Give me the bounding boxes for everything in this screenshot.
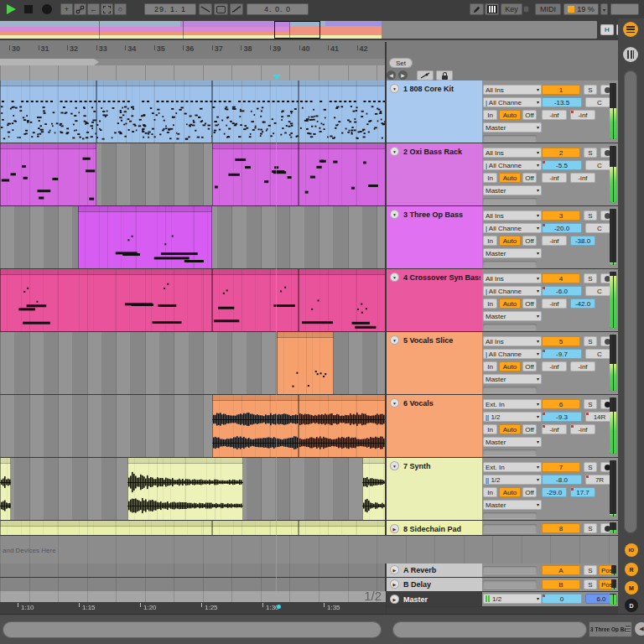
input-type-chooser[interactable]: All Ins▾ <box>483 273 542 283</box>
monitor-off-button[interactable]: Off <box>522 236 537 246</box>
volume-field[interactable]: -13.5 <box>542 97 582 107</box>
monitor-off-button[interactable]: Off <box>522 487 537 497</box>
track-activator-button[interactable]: 6 <box>542 399 580 409</box>
arrangement-clip[interactable] <box>0 143 96 205</box>
track-lane[interactable] <box>0 458 386 520</box>
track-activator-button[interactable]: 5 <box>542 336 580 346</box>
input-type-chooser[interactable]: All Ins▾ <box>483 85 542 95</box>
output-chooser[interactable]: Master▾ <box>483 122 542 132</box>
master-fold-button[interactable]: ▶ <box>390 595 399 604</box>
send-a-field[interactable]: -inf <box>542 424 567 434</box>
send-a-field[interactable]: -inf <box>542 236 567 246</box>
arrangement-clip[interactable] <box>277 332 334 394</box>
mixer-view-toggle[interactable] <box>623 22 638 37</box>
input-type-chooser[interactable]: Ext. In▾ <box>483 399 542 409</box>
input-type-chooser[interactable]: Ext. In▾ <box>483 462 542 472</box>
return-lane[interactable] <box>0 578 386 591</box>
track-fold-button[interactable]: ▼ <box>390 335 399 345</box>
arrangement-clip[interactable] <box>299 395 386 457</box>
track-activator-button[interactable]: 8 <box>542 523 580 533</box>
arrangement-clip[interactable] <box>0 80 96 143</box>
send-b-field[interactable]: -inf <box>570 361 595 371</box>
track-lane[interactable] <box>0 332 386 394</box>
arrangement-clip[interactable] <box>78 206 212 268</box>
monitor-off-button[interactable]: Off <box>522 299 537 309</box>
input-channel-chooser[interactable]: || 1/2▾ <box>483 475 542 485</box>
return-activator-button[interactable]: A <box>542 565 580 575</box>
send-a-field[interactable]: -inf <box>542 173 567 183</box>
volume-field[interactable]: -9.7 <box>542 349 582 359</box>
track-lane[interactable] <box>0 395 386 457</box>
show-mixer-toggle[interactable]: M <box>625 581 638 595</box>
input-channel-chooser[interactable]: | All Channe▾ <box>483 160 542 170</box>
input-channel-chooser[interactable]: | All Channe▾ <box>483 97 542 107</box>
monitor-auto-button[interactable]: Auto <box>499 236 521 246</box>
monitor-auto-button[interactable]: Auto <box>499 487 521 497</box>
track-fold-button-collapsed[interactable]: ▶ <box>390 524 399 533</box>
track-fold-button[interactable]: ▼ <box>390 273 399 282</box>
track-lane[interactable] <box>0 269 386 331</box>
solo-button[interactable]: S <box>584 85 597 95</box>
return-solo-button[interactable]: S <box>584 579 597 589</box>
track-lane[interactable] <box>0 521 386 535</box>
arrangement-clip[interactable] <box>299 521 386 535</box>
solo-button[interactable]: S <box>584 523 597 533</box>
input-channel-chooser[interactable]: | All Channe▾ <box>483 223 542 233</box>
track-fold-button[interactable]: ▼ <box>390 398 399 408</box>
arrangement-clip[interactable] <box>0 458 11 520</box>
send-a-field[interactable]: -29.0 <box>542 487 567 497</box>
monitor-in-button[interactable]: In <box>483 361 497 371</box>
show-delay-toggle[interactable]: D <box>625 599 638 612</box>
volume-field[interactable]: -9.3 <box>542 412 582 422</box>
monitor-in-button[interactable]: In <box>483 173 497 183</box>
send-b-field[interactable]: -inf <box>570 173 595 183</box>
show-detail-chevron[interactable]: ◀ <box>635 622 644 636</box>
arrangement-clip[interactable] <box>299 80 386 143</box>
input-type-chooser[interactable]: All Ins▾ <box>483 148 542 158</box>
output-chooser[interactable]: Master▾ <box>483 500 542 510</box>
send-a-field[interactable]: -inf <box>542 299 567 309</box>
track-activator-button[interactable]: 2 <box>542 148 580 158</box>
solo-button[interactable]: S <box>584 210 597 221</box>
arrangement-clip[interactable] <box>212 521 299 535</box>
arrangement-clip[interactable] <box>212 269 299 331</box>
input-type-chooser[interactable]: All Ins▾ <box>483 210 542 221</box>
monitor-auto-button[interactable]: Auto <box>499 299 521 309</box>
vertical-scrollbar[interactable] <box>624 70 637 533</box>
arrangement-clip[interactable] <box>212 80 299 143</box>
input-channel-chooser[interactable]: || 1/2▾ <box>483 412 542 422</box>
arrangement-clip[interactable] <box>127 458 243 520</box>
return-solo-button[interactable]: S <box>584 565 597 575</box>
track-activator-button[interactable]: 1 <box>542 85 580 95</box>
monitor-in-button[interactable]: In <box>483 110 497 120</box>
solo-button[interactable]: S <box>584 336 597 346</box>
return-activator-button[interactable]: B <box>542 579 580 589</box>
output-chooser[interactable]: Master▾ <box>483 248 542 258</box>
send-a-field[interactable]: -inf <box>542 110 567 120</box>
volume-field[interactable]: -8.0 <box>542 475 582 485</box>
output-chooser[interactable]: Master▾ <box>483 374 542 384</box>
bottom-scrub-strip[interactable]: 1/2 <box>0 591 386 602</box>
track-lane[interactable] <box>0 206 386 268</box>
monitor-off-button[interactable]: Off <box>522 361 537 371</box>
arrangement-clip[interactable] <box>299 143 386 205</box>
send-a-field[interactable]: -inf <box>542 361 567 371</box>
solo-button[interactable]: S <box>584 148 597 158</box>
monitor-off-button[interactable]: Off <box>522 173 537 183</box>
track-fold-button[interactable]: ▼ <box>390 84 399 93</box>
track-fold-button[interactable]: ▼ <box>390 461 399 470</box>
arrangement-clip[interactable] <box>0 521 212 535</box>
solo-button[interactable]: S <box>584 273 597 283</box>
volume-field[interactable]: -5.5 <box>542 160 582 170</box>
output-chooser[interactable]: Master▾ <box>483 311 542 321</box>
time-ruler[interactable]: 1:101:151:201:251:301:35 <box>0 602 386 614</box>
monitor-auto-button[interactable]: Auto <box>499 361 521 371</box>
track-fold-button[interactable]: ▼ <box>390 210 399 219</box>
send-b-field[interactable]: -38.0 <box>570 236 595 246</box>
solo-button[interactable]: S <box>584 462 597 472</box>
volume-field[interactable]: -20.0 <box>542 223 582 233</box>
return-lane[interactable] <box>0 564 386 577</box>
volume-field[interactable]: -6.0 <box>542 286 582 296</box>
input-type-chooser[interactable]: All Ins▾ <box>483 336 542 346</box>
solo-button[interactable]: S <box>584 399 597 409</box>
